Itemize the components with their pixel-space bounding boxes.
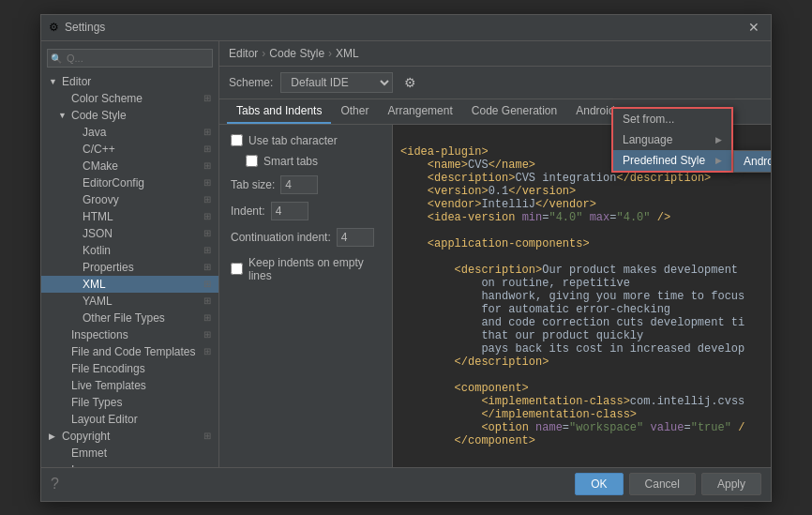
sidebar-item-editorconfig[interactable]: EditorConfig ⊞ bbox=[41, 174, 218, 191]
settings-panel: Use tab character Smart tabs Tab size: I… bbox=[219, 125, 393, 467]
page-icon: ⊞ bbox=[203, 228, 211, 238]
code-editor[interactable]: <idea-plugin> <name>CVS</name> <descript… bbox=[393, 125, 771, 467]
sidebar-item-json[interactable]: JSON ⊞ bbox=[41, 225, 218, 242]
page-icon: ⊞ bbox=[203, 127, 211, 137]
page-icon: ⊞ bbox=[203, 194, 211, 204]
sidebar-item-label: Color Scheme bbox=[71, 92, 200, 105]
popup-item-label: Language bbox=[623, 133, 672, 146]
smart-tabs-checkbox[interactable] bbox=[246, 155, 258, 167]
sidebar-item-editor[interactable]: ▼ Editor bbox=[41, 73, 218, 90]
sidebar-item-groovy[interactable]: Groovy ⊞ bbox=[41, 191, 218, 208]
tab-arrangement[interactable]: Arrangement bbox=[378, 99, 461, 124]
sidebar-item-label: CMake bbox=[83, 159, 200, 173]
chevron-right-icon: ▶ bbox=[715, 135, 722, 144]
use-tab-character-label: Use tab character bbox=[248, 134, 338, 147]
breadcrumb-xml: XML bbox=[336, 47, 359, 60]
chevron-right-icon: ▶ bbox=[715, 156, 722, 165]
tab-size-label: Tab size: bbox=[231, 178, 275, 191]
sidebar-item-html[interactable]: HTML ⊞ bbox=[41, 208, 218, 225]
popup-language[interactable]: Language ▶ bbox=[613, 129, 731, 150]
tab-code-generation[interactable]: Code Generation bbox=[462, 99, 566, 124]
use-tab-character-checkbox[interactable] bbox=[231, 134, 243, 146]
page-icon: ⊞ bbox=[203, 312, 211, 323]
sidebar-item-java[interactable]: Java ⊞ bbox=[41, 124, 218, 141]
arrow-icon: ▼ bbox=[58, 111, 68, 120]
popup-set-from[interactable]: Set from... bbox=[613, 109, 731, 129]
use-tab-character-row: Use tab character bbox=[231, 134, 381, 147]
sidebar-item-label: Kotlin bbox=[83, 244, 200, 257]
popup-predefined-style[interactable]: Predefined Style ▶ Android bbox=[613, 150, 731, 171]
arrow-icon: ▼ bbox=[49, 77, 58, 86]
sidebar-item-kotlin[interactable]: Kotlin ⊞ bbox=[41, 242, 218, 259]
sidebar-item-file-types[interactable]: File Types bbox=[41, 394, 218, 411]
tab-content: Use tab character Smart tabs Tab size: I… bbox=[219, 125, 771, 467]
submenu: Android bbox=[733, 150, 771, 173]
page-icon: ⊞ bbox=[203, 295, 211, 306]
search-input[interactable] bbox=[47, 49, 213, 68]
keep-indents-row: Keep indents on empty lines bbox=[231, 256, 381, 282]
cancel-button[interactable]: Cancel bbox=[629, 473, 696, 495]
sidebar-item-inspections[interactable]: Inspections ⊞ bbox=[41, 326, 218, 343]
settings-dialog: ⚙ Settings ✕ 🔍 ▼ Editor Color Scheme ⊞ ▼ bbox=[40, 14, 772, 502]
continuation-indent-input[interactable] bbox=[337, 228, 374, 247]
continuation-indent-row: Continuation indent: bbox=[231, 228, 381, 247]
sidebar-item-label: Code Style bbox=[71, 109, 211, 122]
sidebar-item-label: File Encodings bbox=[71, 362, 211, 375]
sidebar-item-file-encodings[interactable]: File Encodings bbox=[41, 360, 218, 377]
sidebar-item-file-code-templates[interactable]: File and Code Templates ⊞ bbox=[41, 343, 218, 360]
sidebar-item-label: Java bbox=[83, 126, 200, 139]
sidebar-item-xml[interactable]: XML ⊞ bbox=[41, 276, 218, 293]
sidebar-item-live-templates[interactable]: Live Templates bbox=[41, 377, 218, 394]
sidebar-item-cmake[interactable]: CMake ⊞ bbox=[41, 158, 218, 174]
smart-tabs-label: Smart tabs bbox=[263, 155, 318, 168]
smart-tabs-row: Smart tabs bbox=[231, 155, 381, 168]
indent-label: Indent: bbox=[231, 204, 265, 218]
sidebar-item-layout-editor[interactable]: Layout Editor bbox=[41, 411, 218, 428]
sidebar-item-other-file-types[interactable]: Other File Types ⊞ bbox=[41, 310, 218, 326]
sidebar-item-emmet[interactable]: Emmet bbox=[41, 445, 218, 462]
tab-tabs-indents[interactable]: Tabs and Indents bbox=[227, 99, 331, 124]
sidebar-item-label: Editor bbox=[62, 75, 211, 88]
sidebar: 🔍 ▼ Editor Color Scheme ⊞ ▼ Code Style J… bbox=[41, 41, 219, 467]
sidebar-item-code-style[interactable]: ▼ Code Style bbox=[41, 107, 218, 124]
gear-button[interactable]: ⚙ bbox=[400, 73, 420, 92]
help-button[interactable]: ? bbox=[51, 476, 59, 492]
sidebar-item-label: Layout Editor bbox=[71, 413, 211, 426]
submenu-android[interactable]: Android bbox=[734, 151, 771, 172]
breadcrumb-sep1: › bbox=[262, 47, 265, 60]
page-icon: ⊞ bbox=[203, 144, 211, 154]
tab-size-input[interactable] bbox=[280, 175, 318, 194]
indent-input[interactable] bbox=[271, 202, 308, 220]
dropdown-popup: Set from... Language ▶ Predefined Style … bbox=[611, 107, 733, 173]
sidebar-item-yaml[interactable]: YAML ⊞ bbox=[41, 293, 218, 310]
dialog-body: 🔍 ▼ Editor Color Scheme ⊞ ▼ Code Style J… bbox=[41, 41, 771, 467]
sidebar-item-color-scheme[interactable]: Color Scheme ⊞ bbox=[41, 90, 218, 107]
ok-button[interactable]: OK bbox=[575, 473, 623, 495]
scheme-label: Scheme: bbox=[229, 76, 273, 89]
sidebar-item-properties[interactable]: Properties ⊞ bbox=[41, 259, 218, 276]
title-bar-text: Settings bbox=[65, 21, 105, 34]
breadcrumb-editor: Editor bbox=[229, 47, 258, 60]
search-box[interactable]: 🔍 bbox=[47, 49, 213, 68]
popup-item-label: Predefined Style bbox=[623, 154, 705, 167]
sidebar-item-cpp[interactable]: C/C++ ⊞ bbox=[41, 141, 218, 158]
close-button[interactable]: ✕ bbox=[744, 20, 763, 35]
tab-other[interactable]: Other bbox=[331, 99, 378, 124]
submenu-item-label: Android bbox=[744, 155, 771, 168]
scheme-select[interactable]: Default IDE Project bbox=[280, 72, 393, 93]
sidebar-item-copyright[interactable]: ▶ Copyright ⊞ bbox=[41, 428, 218, 445]
sidebar-item-label: Live Templates bbox=[71, 379, 211, 392]
breadcrumb-code-style: Code Style bbox=[269, 47, 324, 60]
sidebar-item-label: YAML bbox=[83, 295, 200, 308]
apply-button[interactable]: Apply bbox=[701, 473, 761, 495]
title-bar: ⚙ Settings ✕ bbox=[41, 15, 771, 41]
sidebar-item-label: Properties bbox=[83, 261, 200, 274]
sidebar-item-label: EditorConfig bbox=[83, 176, 200, 189]
page-icon: ⊞ bbox=[203, 211, 211, 221]
content-area: Editor › Code Style › XML Scheme: Defaul… bbox=[219, 41, 771, 467]
sidebar-item-label: Emmet bbox=[71, 447, 211, 460]
keep-indents-checkbox[interactable] bbox=[231, 263, 243, 275]
settings-icon: ⚙ bbox=[49, 21, 59, 34]
sidebar-item-label: C/C++ bbox=[83, 143, 200, 156]
sidebar-item-label: Groovy bbox=[83, 193, 200, 206]
